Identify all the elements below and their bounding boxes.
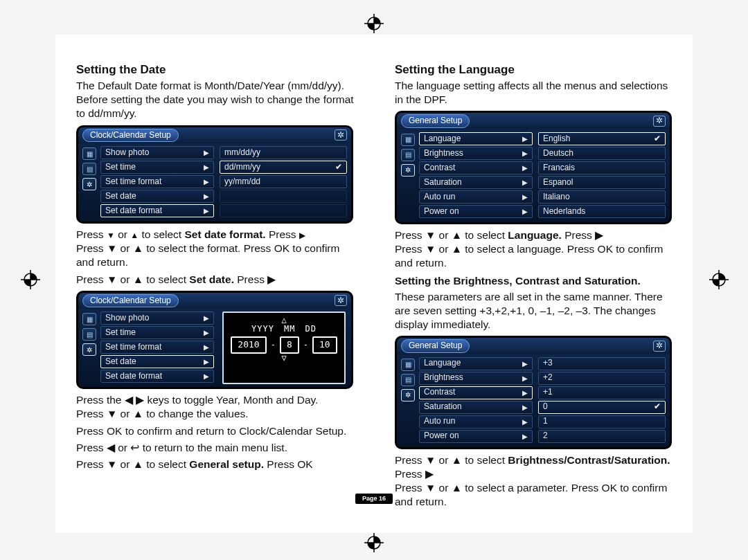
- date-head-year: YYYY: [251, 324, 274, 335]
- chevron-right-icon: ▶: [204, 163, 209, 172]
- para-date-intro: The Default Date format is Month/Date/Ye…: [76, 79, 360, 120]
- check-icon: ✔: [654, 401, 661, 413]
- caption-8: Press ▼ or ▲ to select General setup. Pr…: [76, 458, 360, 471]
- settings-icon: ✲: [82, 178, 96, 190]
- side-icons: ▦ ▤ ✲: [78, 309, 100, 387]
- manual-page: Setting the Date The Default Date format…: [55, 35, 693, 533]
- heading-setting-date: Setting the Date: [76, 62, 360, 78]
- menu-item: Set date▶: [100, 190, 214, 203]
- chevron-right-icon: ▶: [522, 163, 528, 172]
- menu-list: Show photo▶ Set time▶ Set time format▶ S…: [100, 309, 217, 387]
- photo-icon: ▦: [82, 313, 96, 325]
- value-item-selected: 0✔: [538, 401, 666, 414]
- chevron-right-icon: ▶: [522, 149, 528, 158]
- photo-icon: ▦: [82, 147, 96, 160]
- settings-icon: ✲: [401, 389, 415, 401]
- caption-r3: Press ▼ or ▲ to select Brightness/Contra…: [395, 453, 679, 481]
- chevron-right-icon: ▶: [204, 177, 209, 186]
- device-tab: General Setup: [401, 114, 470, 128]
- check-icon: ✔: [654, 134, 661, 145]
- date-spinner: △ YYYY MM DD 2010 - 8 - 10: [222, 311, 346, 384]
- settings-icon: ✲: [401, 164, 415, 177]
- side-icons: ▦ ▤ ✲: [78, 143, 100, 222]
- menu-item: Set time▶: [100, 326, 214, 339]
- menu-list: Show photo▶ Set time▶ Set time format▶ S…: [100, 143, 217, 222]
- gear-icon: ✲: [335, 295, 347, 306]
- caption-3: Press ▼ or ▲ to select Set date. Press ▶: [76, 273, 360, 287]
- para-lang-intro: The language setting affects all the men…: [395, 79, 679, 107]
- caption-7: Press ◀ or ↩ to return to the main menu …: [76, 441, 360, 455]
- chevron-right-icon: ▶: [522, 432, 528, 441]
- caption-5: Press ▼ or ▲ to change the values.: [76, 407, 360, 421]
- menu-item: Show photo▶: [100, 146, 214, 159]
- chevron-right-icon: ▶: [522, 403, 528, 412]
- side-icons: ▦ ▤ ✲: [397, 129, 419, 222]
- calendar-icon: ▤: [401, 149, 415, 161]
- settings-icon: ✲: [82, 343, 96, 356]
- gear-icon: ✲: [653, 341, 666, 352]
- device-tab: Clock/Calendar Setup: [82, 294, 179, 308]
- chevron-right-icon: ▶: [522, 207, 528, 216]
- menu-item-selected: Language▶: [419, 132, 533, 145]
- chevron-right-icon: ▶: [204, 192, 209, 201]
- photo-icon: ▦: [401, 359, 415, 371]
- date-year: 2010: [231, 336, 266, 354]
- caption-r1: Press ▼ or ▲ to select Language. Press ▶: [395, 228, 679, 242]
- chevron-right-icon: ▶: [204, 148, 209, 157]
- left-column: Setting the Date The Default Date format…: [55, 35, 374, 525]
- chevron-right-icon: ▶: [522, 388, 528, 397]
- value-item: yy/mm/dd: [220, 175, 347, 188]
- side-icons: ▦ ▤ ✲: [397, 354, 419, 447]
- menu-item: Set date format▶: [100, 370, 214, 383]
- date-head-day: DD: [305, 324, 316, 335]
- caption-1: Press ▼ or ▲ to select Set date format. …: [76, 228, 360, 242]
- registration-mark-top: [364, 14, 384, 33]
- date-month: 8: [280, 336, 299, 354]
- menu-item-selected: Set date▶: [100, 355, 214, 368]
- menu-item: Set time format▶: [100, 175, 214, 188]
- value-item-selected: dd/mm/yy✔: [220, 161, 347, 174]
- value-blank: [220, 204, 347, 217]
- chevron-right-icon: ▶: [522, 417, 528, 426]
- date-head-month: MM: [284, 324, 295, 335]
- gear-icon: ✲: [653, 116, 666, 127]
- menu-item-selected: Set date format▶: [100, 204, 214, 217]
- value-item-selected: English✔: [538, 132, 666, 145]
- menu-list: Language▶ Brightness▶ Contrast▶ Saturati…: [419, 354, 535, 447]
- right-icon: ▶: [299, 231, 305, 242]
- screenshot-general-setup-1: General Setup ✲ ▦ ▤ ✲ Language▶ Brightne…: [395, 111, 672, 224]
- device-tab: General Setup: [401, 339, 470, 353]
- chevron-right-icon: ▶: [522, 178, 528, 187]
- calendar-icon: ▤: [401, 374, 415, 386]
- arrow-up-icon: △: [281, 316, 286, 324]
- caption-r4: Press ▼ or ▲ to select a parameter. Pres…: [395, 481, 679, 509]
- check-icon: ✔: [335, 162, 342, 173]
- calendar-icon: ▤: [82, 328, 96, 341]
- chevron-right-icon: ▶: [204, 357, 209, 366]
- menu-item-selected: Contrast▶: [419, 386, 533, 399]
- chevron-right-icon: ▶: [204, 206, 209, 215]
- calendar-icon: ▤: [82, 163, 96, 175]
- menu-item: Set time format▶: [100, 341, 214, 354]
- photo-icon: ▦: [401, 134, 415, 146]
- caption-r2: Press ▼ or ▲ to select a language. Press…: [395, 242, 679, 270]
- screenshot-general-setup-2: General Setup ✲ ▦ ▤ ✲ Language▶ Brightne…: [395, 336, 672, 449]
- chevron-right-icon: ▶: [204, 328, 209, 337]
- caption-6: Press OK to confirm and return to Clock/…: [76, 424, 360, 438]
- value-list: English✔ Deutsch Francais Espanol Italia…: [535, 129, 670, 222]
- chevron-right-icon: ▶: [522, 374, 528, 383]
- screenshot-clock-setup-2: Clock/Calendar Setup ✲ ▦ ▤ ✲ Show photo▶…: [76, 291, 353, 390]
- para-brightness: These parameters are all set in the same…: [395, 290, 679, 332]
- arrow-down-icon: ▽: [281, 354, 286, 362]
- caption-4: Press the ◀ ▶ keys to toggle Year, Month…: [76, 393, 360, 407]
- device-tab: Clock/Calendar Setup: [82, 129, 179, 143]
- registration-mark-right: [709, 270, 729, 289]
- menu-item: Set time▶: [100, 161, 214, 174]
- up-icon: ▲: [130, 231, 139, 242]
- screenshot-clock-setup-1: Clock/Calendar Setup ✲ ▦ ▤ ✲ Show photo▶…: [76, 125, 353, 224]
- right-column: Setting the Language The language settin…: [374, 35, 693, 525]
- chevron-right-icon: ▶: [204, 314, 209, 323]
- heading-brightness: Setting the Brightness, Contrast and Sat…: [395, 274, 679, 288]
- value-blank: [220, 190, 347, 203]
- page-number: Page 16: [355, 494, 393, 504]
